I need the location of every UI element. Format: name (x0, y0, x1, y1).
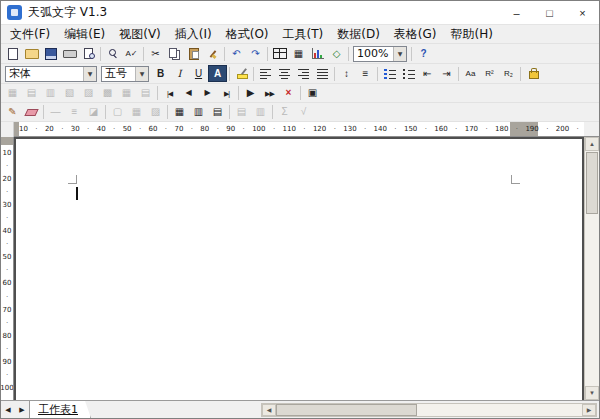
align-right-icon[interactable] (294, 65, 313, 82)
chevron-down-icon[interactable]: ▼ (135, 67, 148, 81)
menu-help[interactable]: 帮助(H) (444, 25, 500, 43)
print-preview-icon[interactable] (79, 45, 98, 62)
menu-insert[interactable]: 插入(I) (168, 25, 219, 43)
menu-file[interactable]: 文件(F) (3, 25, 57, 43)
insert-rows-icon: ▧ (60, 85, 79, 102)
menu-view[interactable]: 视图(V) (112, 25, 168, 43)
scroll-up-icon[interactable]: ▲ (585, 137, 599, 151)
highlight-icon[interactable] (232, 65, 251, 82)
run-all-icon[interactable]: ▶▶ (260, 85, 279, 102)
minimize-button[interactable]: – (500, 1, 533, 24)
horizontal-scroll-thumb[interactable] (276, 404, 417, 416)
bullets-icon[interactable] (399, 65, 418, 82)
help-icon[interactable]: ? (414, 45, 433, 62)
font-color-icon[interactable]: A (208, 65, 227, 82)
ruler-tick: · (61, 125, 63, 133)
maximize-button[interactable]: □ (533, 1, 566, 24)
draw-table-icon[interactable]: ✎ (3, 104, 22, 121)
sheet-tab[interactable]: 工作表1 (29, 401, 91, 418)
open-icon[interactable] (22, 45, 41, 62)
delete-record-icon[interactable]: × (279, 85, 298, 102)
data-form-icon[interactable]: ▣ (303, 85, 322, 102)
last-record-icon[interactable]: ▶| (217, 85, 236, 102)
zoom-combo[interactable]: 100% ▼ (353, 46, 407, 62)
chevron-down-icon[interactable]: ▼ (83, 67, 96, 81)
ruler-number: 60 (3, 279, 12, 287)
document-page[interactable] (14, 137, 584, 400)
print-icon[interactable] (60, 45, 79, 62)
ruler-tick: · (6, 162, 8, 170)
scroll-down-icon[interactable]: ▼ (585, 386, 599, 400)
find-icon[interactable] (103, 45, 122, 62)
new-document-icon[interactable] (3, 45, 22, 62)
vertical-scroll-track[interactable] (585, 151, 599, 386)
increase-indent-icon[interactable]: ⇥ (437, 65, 456, 82)
align-justify-icon[interactable] (313, 65, 332, 82)
chevron-down-icon[interactable]: ▼ (393, 47, 406, 61)
copy-icon[interactable] (165, 45, 184, 62)
menu-table[interactable]: 表格(G) (387, 25, 444, 43)
sheet-tab-label: 工作表1 (38, 402, 78, 417)
numbering-icon[interactable] (380, 65, 399, 82)
font-family-value: 宋体 (6, 66, 83, 81)
scroll-left-icon[interactable]: ◀ (262, 404, 276, 416)
ruler-number: 130 (343, 125, 356, 133)
first-record-icon[interactable]: |◀ (160, 85, 179, 102)
close-button[interactable]: × (566, 1, 599, 24)
insert-chart-icon[interactable] (308, 45, 327, 62)
next-record-icon[interactable]: ▶ (198, 85, 217, 102)
scroll-right-icon[interactable]: ▶ (582, 404, 596, 416)
eraser-icon[interactable] (22, 104, 41, 121)
menu-tools[interactable]: 工具(T) (276, 25, 331, 43)
underline-icon[interactable]: U (189, 65, 208, 82)
menu-edit[interactable]: 编辑(E) (57, 25, 112, 43)
previous-record-icon[interactable]: ◀ (179, 85, 198, 102)
horizontal-scrollbar[interactable]: ◀ ▶ (261, 403, 597, 417)
subscript-icon[interactable]: R₂ (499, 65, 518, 82)
ruler-number: 110 (283, 125, 296, 133)
format-painter-icon[interactable] (203, 45, 222, 62)
toolbar-separator (267, 47, 268, 61)
spell-check-icon[interactable]: A✓ (122, 45, 141, 62)
vertical-ruler[interactable]: 10·20·30·40·50·60·70·80·90·100 (1, 137, 14, 400)
ruler-number: 170 (465, 125, 478, 133)
cut-icon[interactable]: ✂ (146, 45, 165, 62)
save-icon[interactable] (41, 45, 60, 62)
undo-icon[interactable]: ↶ (227, 45, 246, 62)
sheet-tab-bar: ◀ ▶ 工作表1 ◀ ▶ (1, 400, 599, 418)
change-case-icon[interactable]: Aa (461, 65, 480, 82)
drawing-icon[interactable]: ◇ (327, 45, 346, 62)
menu-format[interactable]: 格式(O) (219, 25, 276, 43)
title-bar: 天弧文字 V1.3 – □ × (1, 1, 599, 25)
standard-toolbar-group: A✓✂↶↷▦◇ (3, 44, 351, 63)
menu-data[interactable]: 数据(D) (330, 25, 387, 43)
decrease-indent-icon[interactable]: ⇤ (418, 65, 437, 82)
insert-table-icon[interactable] (270, 45, 289, 62)
vertical-scroll-thumb[interactable] (586, 152, 598, 214)
paste-icon[interactable] (184, 45, 203, 62)
superscript-icon[interactable]: R² (480, 65, 499, 82)
merge-icon[interactable]: ▥ (189, 104, 208, 121)
split-icon[interactable]: ▤ (208, 104, 227, 121)
insert-worksheet-icon[interactable]: ▦ (289, 45, 308, 62)
play-macro-icon[interactable]: ▶ (241, 85, 260, 102)
horizontal-scroll-track[interactable] (276, 404, 582, 416)
font-size-combo[interactable]: 五号 ▼ (101, 66, 149, 82)
bold-icon[interactable]: B (151, 65, 170, 82)
ruler-tick: · (139, 125, 141, 133)
distribute-text-icon[interactable]: ≡ (356, 65, 375, 82)
prev-sheet-icon[interactable]: ◀ (1, 401, 15, 418)
toolbar-separator (238, 86, 239, 100)
font-size-value: 五号 (102, 66, 135, 81)
insert-cells-icon[interactable]: ▦ (170, 104, 189, 121)
align-center-icon[interactable] (275, 65, 294, 82)
font-family-combo[interactable]: 宋体 ▼ (5, 66, 97, 82)
line-spacing-icon[interactable]: ↕ (337, 65, 356, 82)
redo-icon[interactable]: ↷ (246, 45, 265, 62)
italic-icon[interactable]: I (170, 65, 189, 82)
align-left-icon[interactable] (256, 65, 275, 82)
protect-document-icon[interactable] (523, 65, 542, 82)
next-sheet-icon[interactable]: ▶ (15, 401, 29, 418)
vertical-scrollbar[interactable]: ▲ ▼ (584, 137, 599, 400)
horizontal-ruler[interactable]: 10·20·30·40·50·60·70·80·90·100·110·120·1… (1, 122, 599, 137)
